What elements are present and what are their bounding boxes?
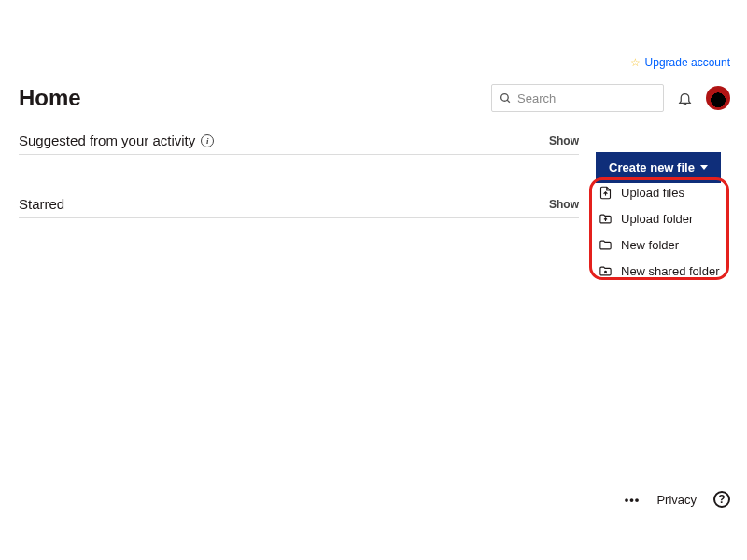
- new-shared-folder-icon: [598, 263, 613, 278]
- upgrade-account-link[interactable]: Upgrade account: [645, 56, 730, 69]
- upload-folder-icon: [598, 211, 613, 226]
- create-menu: Upload files Upload folder New folder Ne…: [598, 183, 720, 280]
- section-starred-show[interactable]: Show: [549, 198, 579, 211]
- upgrade-star-icon: ☆: [630, 56, 641, 69]
- section-starred: Starred Show: [19, 196, 579, 218]
- svg-line-1: [507, 100, 510, 103]
- more-icon[interactable]: •••: [625, 493, 641, 507]
- section-starred-title: Starred: [19, 196, 64, 212]
- header: Home: [19, 84, 730, 112]
- menu-upload-folder[interactable]: Upload folder: [598, 209, 720, 228]
- section-suggested: Suggested from your activity i Show: [19, 133, 579, 155]
- search-icon: [500, 92, 512, 105]
- menu-upload-files[interactable]: Upload files: [598, 183, 720, 202]
- create-new-file-label: Create new file: [609, 161, 695, 175]
- svg-point-0: [501, 93, 509, 101]
- menu-new-shared-folder[interactable]: New shared folder: [598, 261, 720, 280]
- search-box[interactable]: [491, 84, 664, 112]
- menu-upload-folder-label: Upload folder: [621, 212, 693, 226]
- chevron-down-icon: [700, 165, 708, 170]
- notifications-icon[interactable]: [677, 91, 693, 106]
- menu-new-shared-folder-label: New shared folder: [621, 264, 720, 278]
- section-suggested-title: Suggested from your activity: [19, 133, 195, 148]
- avatar[interactable]: [706, 86, 730, 110]
- info-icon[interactable]: i: [201, 134, 214, 147]
- privacy-link[interactable]: Privacy: [656, 493, 697, 507]
- new-folder-icon: [598, 237, 613, 252]
- create-new-file-button[interactable]: Create new file: [596, 152, 721, 183]
- section-suggested-show[interactable]: Show: [549, 134, 579, 147]
- search-input[interactable]: [517, 91, 655, 105]
- menu-new-folder-label: New folder: [621, 238, 679, 252]
- menu-new-folder[interactable]: New folder: [598, 235, 720, 254]
- help-icon[interactable]: ?: [713, 491, 730, 508]
- footer: ••• Privacy ?: [625, 491, 730, 508]
- upload-file-icon: [598, 185, 613, 200]
- menu-upload-files-label: Upload files: [621, 186, 684, 200]
- page-title: Home: [19, 85, 81, 111]
